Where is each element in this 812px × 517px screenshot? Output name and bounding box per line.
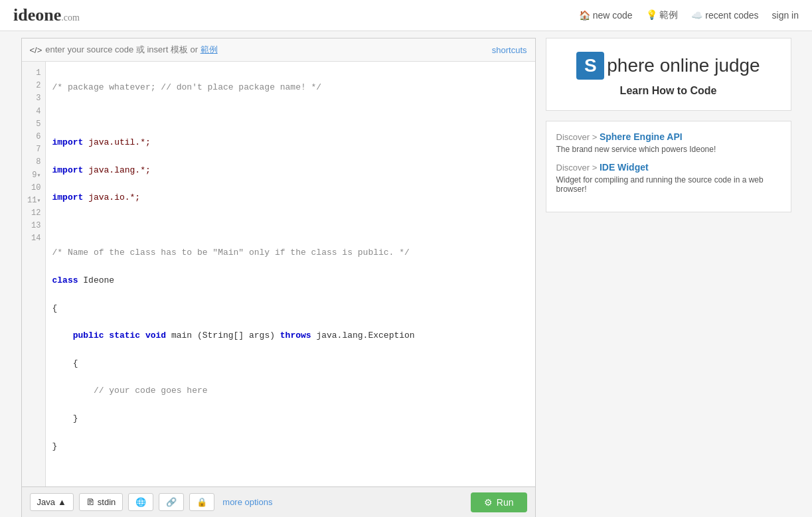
main-container: </> enter your source code 或 insert 模板 o… <box>8 31 805 517</box>
bulb-icon: 💡 <box>646 9 657 20</box>
more-options-link[interactable]: more options <box>222 497 272 507</box>
discover-2-header: Discover > IDE Widget <box>556 162 781 173</box>
logo-text: ideone <box>13 5 61 25</box>
globe-icon: 🌐 <box>135 497 146 507</box>
stdin-btn[interactable]: 🖹 stdin <box>79 493 123 511</box>
editor-section: </> enter your source code 或 insert 模板 o… <box>21 38 536 517</box>
line-num-6: 6 <box>26 131 41 143</box>
nav-recent-codes[interactable]: ☁️ recent codes <box>691 10 758 21</box>
line-num-9: 9 <box>26 169 41 182</box>
code-line-7: /* Name of the class has to be "Main" on… <box>52 246 528 260</box>
code-line-3: import java.util.*; <box>52 136 528 150</box>
shortcuts-link[interactable]: shortcuts <box>492 45 527 55</box>
globe-btn[interactable]: 🌐 <box>128 493 153 511</box>
line-num-14: 14 <box>26 232 41 245</box>
discover-item-2: Discover > IDE Widget Widget for compili… <box>556 162 781 194</box>
sphere-subtitle: Learn How to Code <box>560 85 777 97</box>
discover-2-desc: Widget for compiling and running the sou… <box>556 175 781 194</box>
line-num-2: 2 <box>26 80 41 92</box>
line-num-10: 10 <box>26 182 41 194</box>
link-btn[interactable]: 🔗 <box>159 493 184 511</box>
sphere-logo: S phere online judge <box>560 52 777 80</box>
logo-com: .com <box>61 13 80 23</box>
dropdown-arrow-icon: ▲ <box>58 497 66 507</box>
sidebar: S phere online judge Learn How to Code D… <box>546 38 791 517</box>
code-line-13: } <box>52 412 528 426</box>
run-gear-icon: ⚙ <box>484 497 493 508</box>
logo: ideone.com <box>13 5 80 25</box>
sphere-title: phere online judge <box>607 55 760 76</box>
nav-new-code[interactable]: 🏠 new code <box>579 10 633 21</box>
discover-1-desc: The brand new service which powers Ideon… <box>556 145 781 154</box>
editor-wrapper: </> enter your source code 或 insert 模板 o… <box>21 38 536 517</box>
discover-2-link[interactable]: IDE Widget <box>600 162 649 173</box>
code-line-8: class Ideone <box>52 274 528 288</box>
line-num-12: 12 <box>26 207 41 220</box>
editor-header: </> enter your source code 或 insert 模板 o… <box>22 38 535 62</box>
sphere-box: S phere online judge Learn How to Code <box>546 38 791 111</box>
lock-icon: 🔒 <box>197 497 207 507</box>
line-num-5: 5 <box>26 118 41 131</box>
code-line-11: { <box>52 357 528 371</box>
editor-hint-text: enter your source code 或 insert 模板 or 範例 <box>45 44 217 56</box>
nav: 🏠 new code 💡 範例 ☁️ recent codes sign in <box>579 9 799 21</box>
home-icon: 🏠 <box>579 10 590 21</box>
toolbar: Java ▲ 🖹 stdin 🌐 🔗 🔒 more options <box>22 486 535 517</box>
code-line-9: { <box>52 302 528 316</box>
nav-examples[interactable]: 💡 範例 <box>646 9 679 21</box>
line-num-8: 8 <box>26 156 41 169</box>
code-line-5: import java.io.*; <box>52 191 528 205</box>
line-numbers: 1 2 3 4 5 6 7 8 9 10 11 12 13 14 <box>22 62 46 486</box>
discover-box: Discover > Sphere Engine API The brand n… <box>546 121 791 212</box>
code-line-6 <box>52 219 528 233</box>
code-line-12: // your code goes here <box>52 384 528 398</box>
run-button[interactable]: ⚙ Run <box>471 492 527 512</box>
editor-header-left: </> enter your source code 或 insert 模板 o… <box>30 44 218 56</box>
stdin-icon: 🖹 <box>86 497 95 507</box>
discover-1-prefix: Discover > <box>556 132 600 142</box>
code-content[interactable]: /* package whatever; // don't place pack… <box>46 62 535 486</box>
code-line-2 <box>52 108 528 122</box>
code-line-1: /* package whatever; // don't place pack… <box>52 81 528 95</box>
line-num-3: 3 <box>26 92 41 105</box>
code-line-10: public static void main (String[] args) … <box>52 329 528 343</box>
code-area[interactable]: 1 2 3 4 5 6 7 8 9 10 11 12 13 14 /* pack… <box>22 62 535 486</box>
discover-2-prefix: Discover > <box>556 163 600 173</box>
sphere-s-letter: S <box>576 52 604 80</box>
nav-sign-in[interactable]: sign in <box>772 10 799 21</box>
discover-1-header: Discover > Sphere Engine API <box>556 131 781 142</box>
code-icon: </> <box>30 45 42 55</box>
line-num-7: 7 <box>26 143 41 156</box>
discover-item-1: Discover > Sphere Engine API The brand n… <box>556 131 781 154</box>
link-icon: 🔗 <box>166 497 177 507</box>
line-num-1: 1 <box>26 67 41 80</box>
code-line-4: import java.lang.*; <box>52 164 528 178</box>
discover-1-link[interactable]: Sphere Engine API <box>600 131 683 142</box>
code-line-14: } <box>52 440 528 454</box>
line-num-11: 11 <box>26 194 41 207</box>
header: ideone.com 🏠 new code 💡 範例 ☁️ recent cod… <box>0 0 812 31</box>
cloud-icon: ☁️ <box>691 10 702 21</box>
language-selector[interactable]: Java ▲ <box>30 493 74 511</box>
lock-btn[interactable]: 🔒 <box>189 493 214 511</box>
line-num-13: 13 <box>26 220 41 232</box>
line-num-4: 4 <box>26 106 41 118</box>
